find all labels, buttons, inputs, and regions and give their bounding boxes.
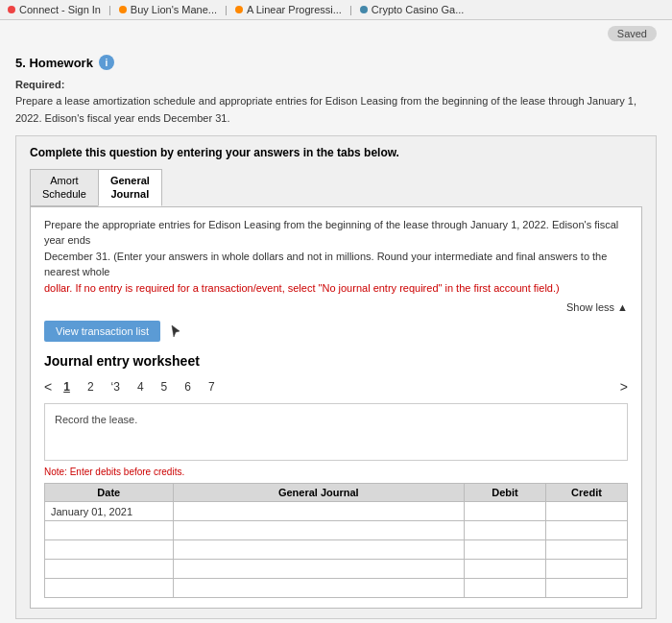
view-transaction-btn[interactable]: View transaction list	[44, 321, 160, 342]
top-bar: Saved	[0, 20, 672, 47]
col-header-debit: Debit	[465, 484, 546, 502]
page-navigation: < 1 2 ‘3 4 5 6 7 >	[44, 378, 628, 395]
instruction-line3: dollar. If no entry is required for a tr…	[44, 282, 560, 294]
page-4[interactable]: 4	[132, 378, 150, 395]
tab-label-lion: Buy Lion's Mane...	[131, 4, 217, 15]
page-3[interactable]: ‘3	[106, 378, 126, 395]
debit-cell-5[interactable]	[465, 579, 546, 598]
tabs-row: AmortSchedule GeneralJournal	[30, 169, 642, 206]
journal-cell-3[interactable]	[173, 540, 465, 560]
browser-bar: Connect - Sign In | Buy Lion's Mane... |…	[0, 0, 672, 20]
content-panel: Prepare the appropriate entries for Edis…	[30, 206, 642, 610]
credit-cell-3[interactable]	[546, 540, 628, 560]
tab-dot-lion	[119, 6, 127, 13]
table-row	[45, 560, 628, 579]
col-header-journal: General Journal	[173, 484, 465, 502]
tab-linear[interactable]: A Linear Progressi...	[235, 4, 342, 15]
saved-badge: Saved	[608, 26, 657, 41]
date-cell-2	[45, 521, 174, 540]
record-text: Record the lease.	[55, 414, 137, 425]
record-box: Record the lease.	[44, 403, 628, 461]
page-5[interactable]: 5	[156, 378, 174, 395]
required-text2: 2022. Edison's fiscal year ends December…	[15, 111, 657, 126]
tab-crypto[interactable]: Crypto Casino Ga...	[360, 4, 465, 15]
journal-cell-4[interactable]	[173, 560, 465, 579]
tab-dot-connect	[8, 6, 15, 13]
tab-amort-label: AmortSchedule	[42, 175, 86, 200]
required-section: Required: Prepare a lease amortization s…	[15, 78, 657, 126]
tab-separator-1: |	[108, 4, 111, 15]
debit-cell-4[interactable]	[465, 560, 546, 579]
date-cell-5	[45, 579, 174, 598]
journal-table: Date General Journal Debit Credit Januar…	[44, 483, 628, 598]
page-6[interactable]: 6	[179, 378, 197, 395]
cursor-indicator	[171, 324, 180, 341]
tab-label-linear: A Linear Progressi...	[247, 4, 342, 15]
show-less-label: Show less ▲	[566, 301, 628, 313]
homework-header: 5. Homework i	[15, 55, 657, 70]
journal-cell-1[interactable]	[173, 502, 465, 521]
tab-amort-schedule[interactable]: AmortSchedule	[30, 169, 98, 206]
table-row	[45, 540, 628, 560]
date-cell-1: January 01, 2021	[45, 502, 174, 521]
tab-general-journal[interactable]: GeneralJournal	[98, 169, 162, 206]
col-header-credit: Credit	[546, 484, 628, 502]
table-row	[45, 521, 628, 540]
tab-separator-2: |	[225, 4, 228, 15]
homework-title: 5. Homework	[15, 56, 93, 70]
prev-page-arrow[interactable]: <	[44, 379, 52, 395]
table-row: January 01, 2021	[45, 502, 628, 521]
date-cell-3	[45, 540, 174, 560]
credit-cell-4[interactable]	[546, 560, 628, 579]
tab-journal-label: GeneralJournal	[110, 175, 150, 200]
question-box: Complete this question by entering your …	[15, 135, 657, 619]
debit-cell-3[interactable]	[465, 540, 546, 560]
credit-cell-1[interactable]	[546, 502, 628, 521]
worksheet-title: Journal entry worksheet	[44, 353, 628, 369]
show-less-btn[interactable]: Show less ▲	[44, 301, 628, 313]
tab-label-connect: Connect - Sign In	[19, 4, 101, 15]
page-2[interactable]: 2	[82, 378, 100, 395]
credit-cell-5[interactable]	[546, 579, 628, 598]
note-text: Note: Enter debits before credits.	[44, 467, 628, 477]
table-row	[45, 579, 628, 598]
required-text1: Prepare a lease amortization schedule an…	[15, 94, 657, 108]
complete-text: Complete this question by entering your …	[30, 146, 642, 159]
debit-cell-1[interactable]	[465, 502, 546, 521]
instruction-line2: December 31. (Enter your answers in whol…	[44, 251, 607, 278]
page-7[interactable]: 7	[203, 378, 221, 395]
tab-dot-crypto	[360, 6, 368, 13]
tab-dot-linear	[235, 6, 243, 13]
info-icon[interactable]: i	[99, 55, 114, 70]
required-label: Required:	[15, 79, 64, 90]
tab-label-crypto: Crypto Casino Ga...	[372, 4, 465, 15]
journal-cell-5[interactable]	[173, 579, 465, 598]
instruction-line1: Prepare the appropriate entries for Edis…	[44, 219, 618, 247]
page-1[interactable]: 1	[58, 378, 76, 395]
next-page-arrow[interactable]: >	[620, 379, 628, 395]
credit-cell-2[interactable]	[546, 521, 628, 540]
col-header-date: Date	[45, 484, 174, 502]
tab-separator-3: |	[349, 4, 352, 15]
tab-lion[interactable]: Buy Lion's Mane...	[119, 4, 217, 15]
main-content: 5. Homework i Required: Prepare a lease …	[0, 47, 672, 623]
journal-cell-2[interactable]	[173, 521, 465, 540]
date-cell-4	[45, 560, 174, 579]
tab-connect[interactable]: Connect - Sign In	[8, 4, 101, 15]
debit-cell-2[interactable]	[465, 521, 546, 540]
instructions: Prepare the appropriate entries for Edis…	[44, 217, 628, 297]
